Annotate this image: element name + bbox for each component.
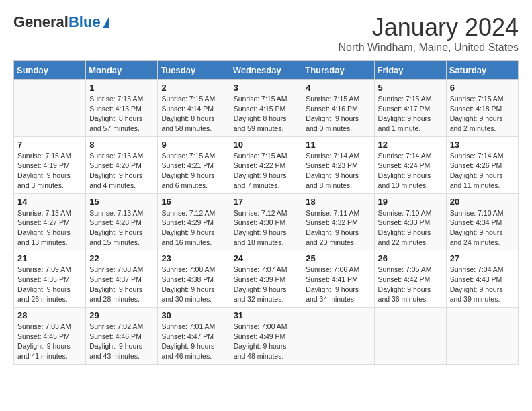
calendar-cell: 2Sunrise: 7:15 AMSunset: 4:14 PMDaylight… [158, 80, 230, 137]
day-info: Sunrise: 7:10 AMSunset: 4:34 PMDaylight:… [450, 208, 515, 248]
day-number: 5 [378, 83, 443, 93]
calendar-cell: 25Sunrise: 7:06 AMSunset: 4:41 PMDayligh… [302, 250, 374, 308]
day-number: 14 [17, 197, 82, 207]
calendar-cell: 31Sunrise: 7:00 AMSunset: 4:49 PMDayligh… [230, 308, 302, 365]
day-number: 21 [17, 253, 82, 263]
day-info: Sunrise: 7:13 AMSunset: 4:27 PMDaylight:… [17, 208, 82, 248]
day-info: Sunrise: 7:11 AMSunset: 4:32 PMDaylight:… [306, 208, 370, 248]
calendar-cell [14, 80, 86, 137]
calendar-week-row: 7Sunrise: 7:15 AMSunset: 4:19 PMDaylight… [14, 136, 519, 193]
calendar-cell: 1Sunrise: 7:15 AMSunset: 4:13 PMDaylight… [86, 80, 158, 137]
day-info: Sunrise: 7:06 AMSunset: 4:41 PMDaylight:… [306, 265, 370, 304]
day-number: 6 [450, 83, 515, 93]
day-info: Sunrise: 7:08 AMSunset: 4:38 PMDaylight:… [161, 265, 226, 304]
day-number: 29 [89, 310, 154, 320]
day-number: 27 [450, 253, 515, 263]
day-number: 25 [306, 253, 370, 263]
day-number: 8 [89, 140, 154, 150]
day-number: 31 [234, 310, 299, 320]
day-number: 20 [450, 197, 515, 207]
calendar-week-row: 14Sunrise: 7:13 AMSunset: 4:27 PMDayligh… [14, 193, 519, 250]
day-info: Sunrise: 7:15 AMSunset: 4:17 PMDaylight:… [378, 94, 443, 134]
calendar-cell: 12Sunrise: 7:14 AMSunset: 4:24 PMDayligh… [374, 136, 446, 193]
day-number: 3 [234, 83, 299, 93]
calendar-cell: 4Sunrise: 7:15 AMSunset: 4:16 PMDaylight… [302, 80, 374, 137]
day-info: Sunrise: 7:09 AMSunset: 4:35 PMDaylight:… [17, 265, 82, 304]
calendar-cell: 8Sunrise: 7:15 AMSunset: 4:20 PMDaylight… [86, 136, 158, 193]
calendar-cell: 21Sunrise: 7:09 AMSunset: 4:35 PMDayligh… [14, 250, 86, 308]
calendar-cell: 19Sunrise: 7:10 AMSunset: 4:33 PMDayligh… [374, 193, 446, 250]
day-number: 30 [161, 310, 226, 320]
day-header-saturday: Saturday [446, 61, 518, 80]
calendar-cell: 3Sunrise: 7:15 AMSunset: 4:15 PMDaylight… [230, 80, 302, 137]
calendar-cell: 10Sunrise: 7:15 AMSunset: 4:22 PMDayligh… [230, 136, 302, 193]
calendar-cell: 30Sunrise: 7:01 AMSunset: 4:47 PMDayligh… [158, 308, 230, 365]
day-header-thursday: Thursday [302, 61, 374, 80]
calendar-cell: 14Sunrise: 7:13 AMSunset: 4:27 PMDayligh… [14, 193, 86, 250]
day-number: 4 [306, 83, 370, 93]
calendar-cell: 28Sunrise: 7:03 AMSunset: 4:45 PMDayligh… [14, 308, 86, 365]
day-number: 18 [306, 197, 370, 207]
logo-blue-text: Blue [69, 13, 101, 31]
day-number: 24 [234, 253, 299, 263]
day-number: 10 [234, 140, 299, 150]
title-area: January 2024 North Windham, Maine, Unite… [338, 13, 519, 54]
day-number: 16 [161, 197, 226, 207]
calendar-table: SundayMondayTuesdayWednesdayThursdayFrid… [13, 60, 519, 365]
calendar-week-row: 21Sunrise: 7:09 AMSunset: 4:35 PMDayligh… [14, 250, 519, 308]
calendar-cell [302, 308, 374, 365]
calendar-cell: 29Sunrise: 7:02 AMSunset: 4:46 PMDayligh… [86, 308, 158, 365]
calendar-cell: 13Sunrise: 7:14 AMSunset: 4:26 PMDayligh… [446, 136, 518, 193]
day-number: 1 [89, 83, 154, 93]
logo-general-text: General [13, 13, 69, 31]
calendar-cell: 9Sunrise: 7:15 AMSunset: 4:21 PMDaylight… [158, 136, 230, 193]
calendar-cell: 17Sunrise: 7:12 AMSunset: 4:30 PMDayligh… [230, 193, 302, 250]
day-info: Sunrise: 7:15 AMSunset: 4:21 PMDaylight:… [161, 151, 226, 191]
calendar-cell: 7Sunrise: 7:15 AMSunset: 4:19 PMDaylight… [14, 136, 86, 193]
day-number: 2 [161, 83, 226, 93]
day-info: Sunrise: 7:15 AMSunset: 4:18 PMDaylight:… [450, 94, 515, 134]
calendar-cell: 22Sunrise: 7:08 AMSunset: 4:37 PMDayligh… [86, 250, 158, 308]
day-number: 15 [89, 197, 154, 207]
calendar-cell: 23Sunrise: 7:08 AMSunset: 4:38 PMDayligh… [158, 250, 230, 308]
day-info: Sunrise: 7:03 AMSunset: 4:45 PMDaylight:… [17, 322, 82, 361]
day-info: Sunrise: 7:14 AMSunset: 4:24 PMDaylight:… [378, 151, 443, 191]
day-info: Sunrise: 7:15 AMSunset: 4:13 PMDaylight:… [89, 94, 154, 134]
day-info: Sunrise: 7:05 AMSunset: 4:42 PMDaylight:… [378, 265, 443, 304]
day-info: Sunrise: 7:04 AMSunset: 4:43 PMDaylight:… [450, 265, 515, 304]
calendar-cell: 18Sunrise: 7:11 AMSunset: 4:32 PMDayligh… [302, 193, 374, 250]
day-info: Sunrise: 7:12 AMSunset: 4:30 PMDaylight:… [234, 208, 299, 248]
day-info: Sunrise: 7:01 AMSunset: 4:47 PMDaylight:… [161, 322, 226, 361]
day-info: Sunrise: 7:12 AMSunset: 4:29 PMDaylight:… [161, 208, 226, 248]
calendar-week-row: 1Sunrise: 7:15 AMSunset: 4:13 PMDaylight… [14, 80, 519, 137]
day-info: Sunrise: 7:14 AMSunset: 4:23 PMDaylight:… [306, 151, 370, 191]
calendar-cell: 16Sunrise: 7:12 AMSunset: 4:29 PMDayligh… [158, 193, 230, 250]
calendar-week-row: 28Sunrise: 7:03 AMSunset: 4:45 PMDayligh… [14, 308, 519, 365]
day-info: Sunrise: 7:02 AMSunset: 4:46 PMDaylight:… [89, 322, 154, 361]
day-header-friday: Friday [374, 61, 446, 80]
calendar-header-row: SundayMondayTuesdayWednesdayThursdayFrid… [14, 61, 519, 80]
day-info: Sunrise: 7:10 AMSunset: 4:33 PMDaylight:… [378, 208, 443, 248]
day-info: Sunrise: 7:15 AMSunset: 4:16 PMDaylight:… [306, 94, 370, 134]
day-number: 22 [89, 253, 154, 263]
day-info: Sunrise: 7:00 AMSunset: 4:49 PMDaylight:… [234, 322, 299, 361]
day-number: 9 [161, 140, 226, 150]
day-header-wednesday: Wednesday [230, 61, 302, 80]
calendar-cell [374, 308, 446, 365]
day-header-tuesday: Tuesday [158, 61, 230, 80]
day-header-sunday: Sunday [14, 61, 86, 80]
day-number: 23 [161, 253, 226, 263]
calendar-cell: 5Sunrise: 7:15 AMSunset: 4:17 PMDaylight… [374, 80, 446, 137]
day-number: 19 [378, 197, 443, 207]
day-info: Sunrise: 7:08 AMSunset: 4:37 PMDaylight:… [89, 265, 154, 304]
calendar-cell: 24Sunrise: 7:07 AMSunset: 4:39 PMDayligh… [230, 250, 302, 308]
calendar-cell: 6Sunrise: 7:15 AMSunset: 4:18 PMDaylight… [446, 80, 518, 137]
logo-triangle-icon [103, 16, 109, 28]
calendar-cell [446, 308, 518, 365]
calendar-cell: 26Sunrise: 7:05 AMSunset: 4:42 PMDayligh… [374, 250, 446, 308]
day-info: Sunrise: 7:15 AMSunset: 4:20 PMDaylight:… [89, 151, 154, 191]
day-info: Sunrise: 7:15 AMSunset: 4:22 PMDaylight:… [234, 151, 299, 191]
day-info: Sunrise: 7:15 AMSunset: 4:19 PMDaylight:… [17, 151, 82, 191]
logo: General Blue [13, 13, 109, 31]
page-header: General Blue January 2024 North Windham,… [13, 13, 519, 54]
